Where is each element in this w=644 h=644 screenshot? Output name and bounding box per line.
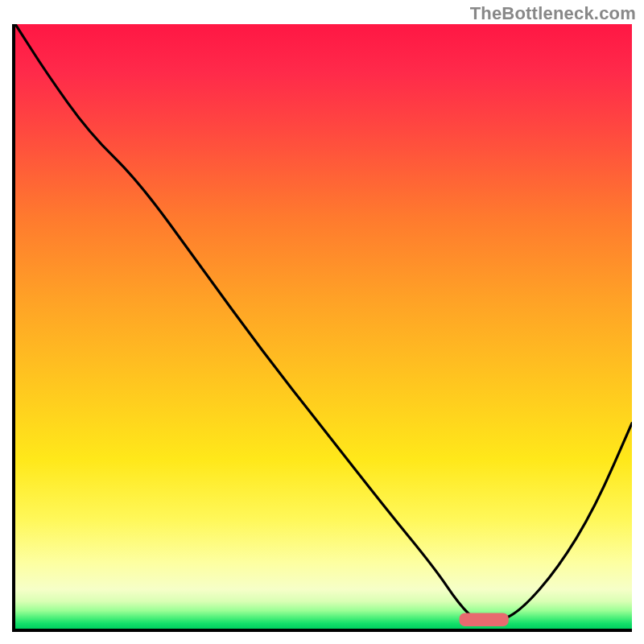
chart-container: TheBottleneck.com xyxy=(0,0,644,644)
plot-area xyxy=(12,24,632,632)
watermark-source: TheBottleneck.com xyxy=(470,3,636,24)
bottleneck-curve xyxy=(15,24,632,623)
optimum-marker xyxy=(460,613,509,627)
curve-overlay xyxy=(15,24,632,629)
